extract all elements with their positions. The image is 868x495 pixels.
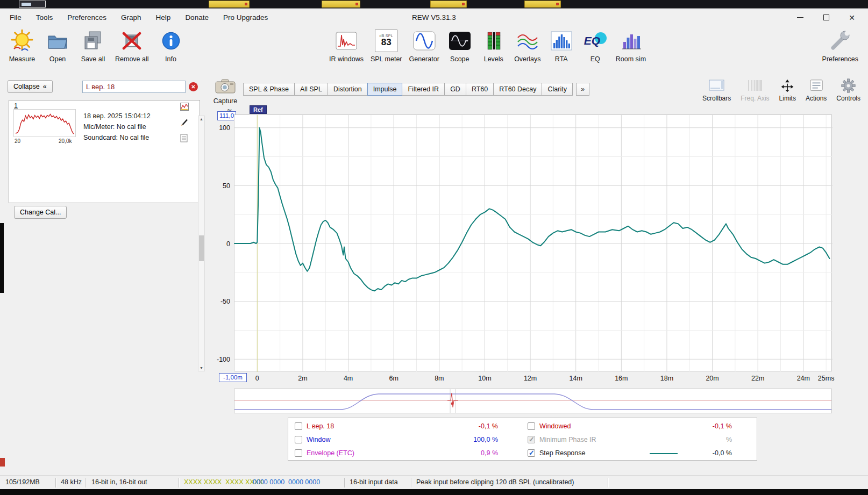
minimize-button[interactable] [787,9,813,26]
remove-all-icon [121,28,143,53]
scroll-down-icon[interactable]: ▼ [198,366,204,370]
change-cal-button[interactable]: Change Cal... [14,206,67,219]
rta-icon [551,28,572,53]
legend-checkbox-l-ver-18[interactable] [295,422,302,430]
tab-impulse[interactable]: Impulse [367,83,403,96]
save-all-button[interactable]: Save all [80,28,106,63]
graph-control-buttons: Scrollbars Freq. Axis [702,78,860,102]
legend-value: -0,0 % [681,449,732,457]
tabs-overflow-button[interactable]: » [576,83,589,96]
rta-button[interactable]: RTA [548,28,575,63]
step-response-plot[interactable]: 02m4m6m8m10m12m14m16m18m20m22m24m25ms100… [234,114,832,371]
actions-button[interactable]: Actions [806,78,827,102]
legend-label[interactable]: Window [307,436,330,443]
svg-text:24m: 24m [797,375,810,382]
measurement-list[interactable]: 1 20 20,0k 18 вер. 2025 15:04:12 Mic/Met… [9,100,200,203]
legend-value: 0,9 % [423,449,498,457]
scroll-up-icon[interactable]: ▲ [198,117,204,121]
trace-settings-icon[interactable] [180,103,189,113]
svg-text:16m: 16m [615,375,628,382]
legend-label[interactable]: Windowed [539,422,571,430]
step-response-line-sample [650,453,678,454]
notes-icon[interactable] [180,134,188,145]
eq-icon: EQ [583,31,608,51]
scrollbars-icon [709,78,725,93]
measurement-thumbnail[interactable] [13,109,76,137]
legend-value: % [665,436,732,443]
room-sim-button[interactable]: Room sim [616,28,646,63]
tab-all-spl[interactable]: All SPL [294,83,328,96]
scrollbar-thumb[interactable] [199,235,204,261]
legend-label[interactable]: L вер. 18 [307,422,334,430]
rew-application-window: File Tools Preferences Graph Help Donate… [0,8,868,489]
ir-windows-button[interactable]: IR windows [329,28,364,63]
measure-button[interactable]: Measure [9,28,35,63]
legend-checkbox-step-response[interactable] [528,449,535,457]
legend-checkbox-windowed[interactable] [528,422,535,430]
legend-checkbox-minimum-phase-ir [528,436,535,443]
memory-usage: 105/192MB [5,478,40,486]
scrollbars-button[interactable]: Scrollbars [702,78,731,102]
measurement-name-input[interactable] [82,81,186,93]
measure-icon [10,28,34,53]
legend-label[interactable]: Envelope (ETC) [307,449,354,457]
svg-text:14m: 14m [570,375,582,382]
background-folder-fragment [322,1,360,8]
x-axis-left-limit-box[interactable]: -1,00m [219,373,247,382]
svg-text:20m: 20m [706,375,718,382]
tab-filtered-ir[interactable]: Filtered IR [402,83,445,96]
tab-gd[interactable]: GD [444,83,466,96]
generator-button[interactable]: Generator [409,28,439,63]
legend-checkbox-envelope-etc[interactable] [295,449,302,457]
thumbnail-x-max: 20,0k [59,138,72,144]
eq-button[interactable]: EQ EQ [582,28,609,63]
tab-rt60-decay[interactable]: RT60 Decay [493,83,542,96]
y-axis-top-limit-box[interactable]: 111,0 [217,111,236,120]
overlays-icon [516,28,539,53]
gear-icon [841,78,856,93]
measurement-date: 18 вер. 2025 15:04:12 [83,112,151,120]
info-button[interactable]: Info [158,28,184,63]
preferences-button[interactable]: Preferences [822,28,858,63]
levels-button[interactable]: Levels [480,28,507,63]
scope-button[interactable]: Scope [446,28,473,63]
tab-distortion[interactable]: Distortion [328,83,368,96]
svg-text:50: 50 [223,182,230,190]
collapse-chevron-icon: « [43,83,47,90]
overlays-button[interactable]: Overlays [514,28,541,63]
limits-move-arrows-icon [780,78,795,93]
controls-button[interactable]: Controls [836,78,860,102]
tab-spl-phase[interactable]: SPL & Phase [243,83,295,96]
plot-vertical-scrollbar[interactable]: ▲ ▼ [198,116,205,371]
camera-icon [215,87,236,96]
titlebar: File Tools Preferences Graph Help Donate… [0,9,868,26]
ir-overview-strip[interactable] [234,389,832,413]
remove-all-button[interactable]: Remove all [115,28,149,63]
maximize-button[interactable] [813,9,839,26]
svg-text:4m: 4m [344,375,353,382]
open-button[interactable]: Open [44,28,71,63]
close-button[interactable]: ✕ [839,9,865,26]
graph-type-tabs: SPL & Phase All SPL Distortion Impulse F… [243,83,589,96]
limits-button[interactable]: Limits [779,78,796,102]
bit-depth: 16-bit in, 16-bit out [91,478,147,486]
legend-label: Minimum Phase IR [539,436,596,443]
ref-marker-label[interactable]: Ref [250,105,267,114]
background-folder-fragment [209,1,250,8]
collapse-button[interactable]: Collapse « [8,80,53,93]
legend-checkbox-window[interactable] [295,436,302,443]
freq-axis-button: Freq. Axis [741,78,769,102]
measurement-soundcard-cal: Soundcard: No cal file [83,134,149,141]
legend-value: -0,1 % [423,422,498,430]
svg-text:22m: 22m [751,375,764,382]
capture-button[interactable]: Capture [213,79,238,105]
close-icon: ✕ [849,14,855,21]
generator-icon [413,28,436,53]
legend-label[interactable]: Step Response [539,449,585,457]
edit-pencil-icon[interactable] [180,118,189,128]
spl-meter-button[interactable]: dB SPL 83 SPL meter [371,28,402,63]
maximize-icon [823,15,829,20]
tab-clarity[interactable]: Clarity [542,83,572,96]
tab-rt60[interactable]: RT60 [466,83,494,96]
delete-measurement-icon[interactable]: ✕ [189,82,198,91]
